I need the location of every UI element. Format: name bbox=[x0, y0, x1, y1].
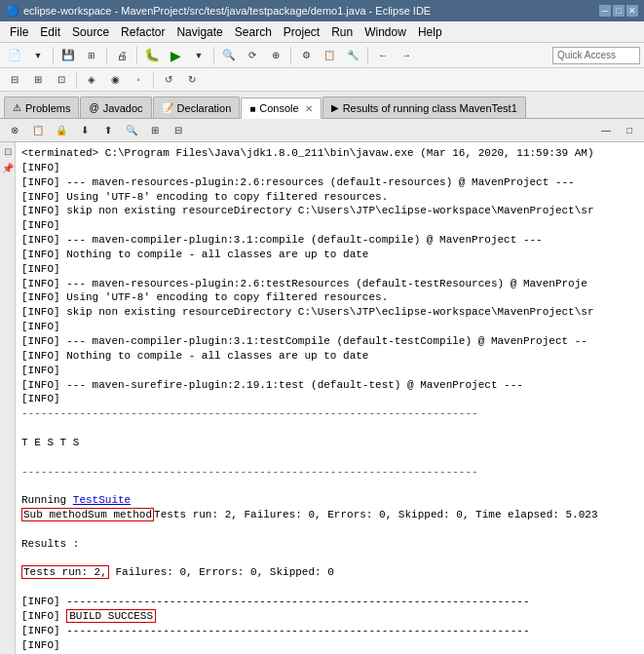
running-line: Running TestSuite bbox=[21, 493, 638, 508]
sub-method-highlight: Sub methodSum method bbox=[21, 508, 154, 521]
info-line-4: [INFO] bbox=[21, 218, 638, 233]
console-tab-close[interactable]: ✕ bbox=[305, 103, 313, 114]
info-line-11: [INFO] bbox=[21, 320, 638, 334]
sep8 bbox=[153, 71, 154, 89]
debug-button[interactable]: 🐛 bbox=[141, 45, 163, 66]
close-button[interactable]: ✕ bbox=[626, 5, 638, 17]
toolbar-btn-6[interactable]: ← bbox=[372, 45, 394, 66]
menu-project[interactable]: Project bbox=[278, 23, 325, 41]
blank-2 bbox=[21, 479, 638, 493]
sub-method-line: Sub methodSum methodTests run: 2, Failur… bbox=[21, 508, 638, 522]
console-maximize-btn[interactable]: □ bbox=[619, 120, 640, 141]
minimize-button[interactable]: ─ bbox=[599, 5, 611, 17]
menu-help[interactable]: Help bbox=[412, 23, 448, 41]
console-btn8[interactable]: ⊟ bbox=[168, 120, 189, 141]
info-line-9: [INFO] Using 'UTF-8' encoding to copy fi… bbox=[21, 290, 638, 305]
title-bar-controls[interactable]: ─ □ ✕ bbox=[599, 5, 638, 17]
menu-file[interactable]: File bbox=[4, 23, 34, 41]
save-all-button[interactable]: ⊞ bbox=[81, 45, 102, 66]
console-icon: ■ bbox=[249, 103, 255, 114]
console-scroll-lock[interactable]: 🔒 bbox=[51, 120, 72, 141]
print-button[interactable]: 🖨 bbox=[111, 45, 133, 66]
sep3 bbox=[136, 47, 137, 64]
tb2-btn2[interactable]: ⊞ bbox=[27, 69, 49, 91]
info-separator-1: [INFO] ---------------------------------… bbox=[21, 595, 638, 609]
tb2-btn7[interactable]: ↺ bbox=[158, 69, 179, 91]
tab-declaration-label: Declaration bbox=[177, 102, 232, 114]
tab-problems[interactable]: ⚠ Problems bbox=[4, 96, 79, 118]
tab-javadoc[interactable]: @ Javadoc bbox=[80, 96, 151, 118]
console-minimize-btn[interactable]: — bbox=[595, 120, 617, 141]
console-output: <terminated> C:\Program Files\Java\jdk1.… bbox=[16, 142, 644, 654]
tab-console[interactable]: ■ Console ✕ bbox=[241, 97, 321, 119]
info-blank: [INFO] bbox=[21, 638, 638, 653]
console-clear-btn[interactable]: ⊗ bbox=[4, 120, 25, 141]
results-icon: ▶ bbox=[331, 102, 339, 113]
tests-label bbox=[21, 421, 638, 436]
tab-declaration[interactable]: 📝 Declaration bbox=[153, 96, 241, 118]
tb2-btn1[interactable]: ⊟ bbox=[4, 69, 25, 91]
toolbar-btn-1[interactable]: ⟳ bbox=[242, 45, 263, 66]
tab-results[interactable]: ▶ Results of running class MavenTest1 bbox=[322, 96, 526, 118]
run-button[interactable]: ▶ bbox=[165, 45, 186, 66]
title-bar-text: eclipse-workspace - MavenProject/src/tes… bbox=[23, 5, 431, 17]
info-separator-2: [INFO] ---------------------------------… bbox=[21, 624, 638, 638]
toolbar-btn-3[interactable]: ⚙ bbox=[295, 45, 317, 66]
console-btn7[interactable]: ⊞ bbox=[144, 120, 166, 141]
secondary-toolbar: ⊟ ⊞ ⊡ ◈ ◉ ◦ ↺ ↻ bbox=[0, 68, 644, 92]
toolbar-btn-7[interactable]: → bbox=[396, 45, 417, 66]
menu-source[interactable]: Source bbox=[66, 23, 115, 41]
console-btn6[interactable]: 🔍 bbox=[121, 120, 142, 141]
menu-edit[interactable]: Edit bbox=[34, 23, 66, 41]
menu-navigate[interactable]: Navigate bbox=[170, 23, 228, 41]
tabs-container: ⚠ Problems @ Javadoc 📝 Declaration ■ Con… bbox=[0, 92, 644, 119]
tb2-btn3[interactable]: ⊡ bbox=[51, 69, 72, 91]
side-icon-1[interactable]: ⊡ bbox=[4, 146, 12, 157]
sep6 bbox=[367, 47, 368, 64]
search-btn[interactable]: 🔍 bbox=[218, 45, 240, 66]
tb2-btn8[interactable]: ↻ bbox=[181, 69, 203, 91]
open-button[interactable]: ▼ bbox=[27, 45, 49, 66]
console-btn4[interactable]: ⬇ bbox=[74, 120, 95, 141]
javadoc-icon: @ bbox=[89, 102, 98, 113]
title-bar: 🔵 eclipse-workspace - MavenProject/src/t… bbox=[0, 0, 644, 21]
test-suite-link[interactable]: TestSuite bbox=[73, 494, 131, 506]
console-btn5[interactable]: ⬆ bbox=[97, 120, 119, 141]
console-toolbar: ⊗ 📋 🔒 ⬇ ⬆ 🔍 ⊞ ⊟ — □ bbox=[0, 119, 644, 142]
menu-window[interactable]: Window bbox=[359, 23, 412, 41]
maximize-button[interactable]: □ bbox=[613, 5, 625, 17]
side-icon-2[interactable]: 📌 bbox=[2, 163, 14, 173]
menu-search[interactable]: Search bbox=[229, 23, 278, 41]
info-line-0: [INFO] bbox=[21, 161, 638, 175]
info-line-3: [INFO] skip non existing resourceDirecto… bbox=[21, 204, 638, 218]
blank-4 bbox=[21, 552, 638, 566]
toolbar-btn-5[interactable]: 🔧 bbox=[342, 45, 363, 66]
sep7 bbox=[76, 71, 77, 89]
eclipse-icon: 🔵 bbox=[6, 5, 19, 18]
tab-results-label: Results of running class MavenTest1 bbox=[343, 102, 517, 114]
menu-run[interactable]: Run bbox=[325, 23, 359, 41]
tb2-btn4[interactable]: ◈ bbox=[81, 69, 102, 91]
separator-1: ----------------------------------------… bbox=[21, 406, 638, 421]
quick-access-label: Quick Access bbox=[557, 50, 616, 60]
info-line-8: [INFO] --- maven-resources-plugin:2.6:te… bbox=[21, 277, 638, 291]
sep5 bbox=[290, 47, 291, 64]
info-line-13: [INFO] Nothing to compile - all classes … bbox=[21, 349, 638, 364]
separator-2: ----------------------------------------… bbox=[21, 465, 638, 480]
tests-header: T E S T S bbox=[21, 436, 638, 450]
save-button[interactable]: 💾 bbox=[57, 45, 79, 66]
run-dropdown[interactable]: ▼ bbox=[188, 45, 209, 66]
toolbar-btn-2[interactable]: ⊕ bbox=[265, 45, 286, 66]
new-button[interactable]: 📄 bbox=[4, 45, 25, 66]
info-line-15: [INFO] --- maven-surefire-plugin:2.19.1:… bbox=[21, 378, 638, 393]
info-line-7: [INFO] bbox=[21, 262, 638, 277]
tests-run-line: Tests run: 2, Failures: 0, Errors: 0, Sk… bbox=[21, 565, 638, 580]
menu-refactor[interactable]: Refactor bbox=[115, 23, 170, 41]
console-copy-btn[interactable]: 📋 bbox=[27, 120, 49, 141]
info-line-12: [INFO] --- maven-compiler-plugin:3.1:tes… bbox=[21, 334, 638, 349]
tb2-btn6[interactable]: ◦ bbox=[128, 69, 149, 91]
info-line-2: [INFO] Using 'UTF-8' encoding to copy fi… bbox=[21, 190, 638, 205]
main-toolbar: 📄 ▼ 💾 ⊞ 🖨 🐛 ▶ ▼ 🔍 ⟳ ⊕ ⚙ 📋 🔧 ← → Quick Ac… bbox=[0, 43, 644, 68]
tb2-btn5[interactable]: ◉ bbox=[104, 69, 126, 91]
toolbar-btn-4[interactable]: 📋 bbox=[319, 45, 340, 66]
